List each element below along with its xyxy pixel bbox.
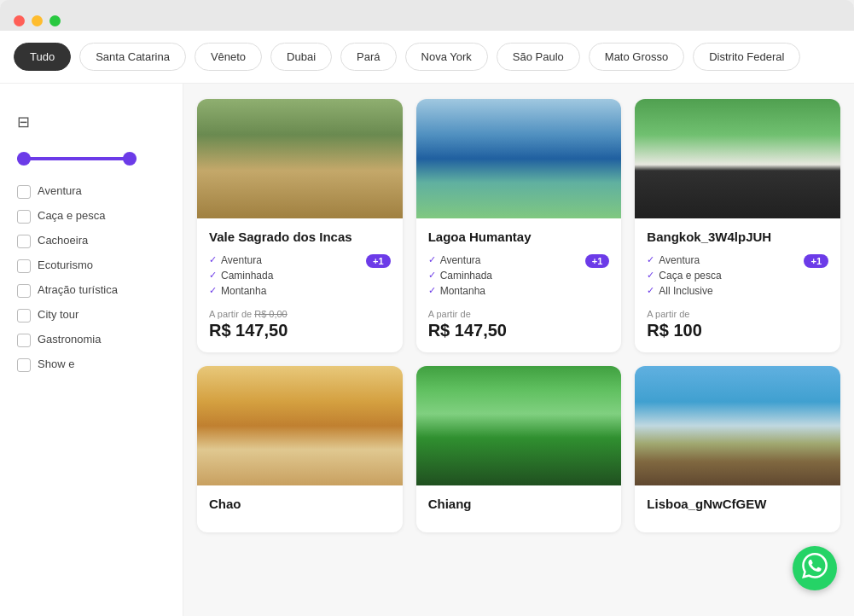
checkbox-label-aventura: Aventura — [38, 184, 82, 199]
card-chao[interactable]: Chao — [197, 366, 403, 533]
card-body-vale-sagrado: Vale Sagrado dos Incas✓Aventura✓Caminhad… — [197, 218, 403, 352]
checkbox-box-cachoeira[interactable] — [17, 235, 31, 248]
card-title-lisboa: Lisboa_gNwCfGEW — [647, 496, 828, 513]
whatsapp-icon — [802, 553, 828, 584]
card-tags-lagoa-humantay: ✓Aventura✓Caminhada✓Montanha+1 — [428, 254, 610, 297]
main-layout: ⊟ AventuraCaça e pescaCachoeiraEcoturism… — [0, 84, 854, 616]
theme-checkbox-aventura[interactable]: Aventura — [17, 184, 166, 199]
slider-thumb-left[interactable] — [17, 152, 31, 166]
slider-fill — [17, 157, 137, 160]
tag-label: All Inclusive — [659, 285, 712, 297]
card-tags-vale-sagrado: ✓Aventura✓Caminhada✓Montanha+1 — [209, 254, 391, 297]
card-bangkok[interactable]: Bangkok_3W4lpJUH✓Aventura✓Caça e pesca✓A… — [635, 99, 840, 352]
tag-label: Aventura — [440, 254, 481, 266]
checkbox-label-atracao-turistica: Atração turística — [38, 283, 118, 298]
more-tags-badge: +1 — [366, 254, 391, 268]
check-icon: ✓ — [209, 285, 217, 296]
tag-label: Caminhada — [440, 270, 492, 282]
card-body-lagoa-humantay: Lagoa Humantay✓Aventura✓Caminhada✓Montan… — [416, 218, 622, 352]
filter-tab-tudo[interactable]: Tudo — [14, 43, 71, 71]
check-icon: ✓ — [428, 270, 436, 281]
card-tag: ✓Aventura — [428, 254, 610, 266]
checkbox-box-aventura[interactable] — [17, 185, 31, 199]
checkbox-box-gastronomia[interactable] — [17, 334, 31, 347]
tag-label: Caminhada — [221, 270, 273, 282]
card-chiang[interactable]: Chiang — [416, 366, 622, 533]
tag-label: Montanha — [440, 285, 485, 297]
card-lagoa-humantay[interactable]: Lagoa Humantay✓Aventura✓Caminhada✓Montan… — [416, 99, 622, 352]
tag-label: Montanha — [221, 285, 266, 297]
checkbox-box-caca-pesca[interactable] — [17, 210, 31, 224]
filter-tab-nova-york[interactable]: Nova York — [405, 43, 488, 71]
check-icon: ✓ — [209, 270, 217, 281]
checkbox-box-ecoturismo[interactable] — [17, 259, 31, 273]
filter-tabs-bar: TudoSanta CatarinaVênetoDubaiParáNova Yo… — [0, 31, 854, 84]
filter-tab-mato-grosso[interactable]: Mato Grosso — [589, 43, 684, 71]
check-icon: ✓ — [647, 270, 654, 281]
theme-checkbox-ecoturismo[interactable]: Ecoturismo — [17, 259, 166, 273]
theme-checkbox-city-tour[interactable]: City tour — [17, 308, 166, 323]
card-image-chiang — [416, 366, 622, 485]
card-body-bangkok: Bangkok_3W4lpJUH✓Aventura✓Caça e pesca✓A… — [635, 218, 840, 352]
card-title-chao: Chao — [209, 496, 391, 513]
card-title-chiang: Chiang — [428, 496, 610, 513]
filter-tab-sao-paulo[interactable]: São Paulo — [497, 43, 580, 71]
card-tag: ✓Caminhada — [209, 270, 391, 282]
close-dot[interactable] — [14, 15, 25, 26]
card-image-vale-sagrado — [197, 99, 403, 218]
more-tags-badge: +1 — [585, 254, 610, 268]
checkbox-label-gastronomia: Gastronomia — [38, 333, 101, 347]
card-image-lagoa-humantay — [416, 99, 622, 218]
checkbox-label-cachoeira: Cachoeira — [38, 234, 88, 248]
theme-checkbox-caca-pesca[interactable]: Caça e pesca — [17, 209, 166, 224]
check-icon: ✓ — [647, 254, 654, 265]
card-vale-sagrado[interactable]: Vale Sagrado dos Incas✓Aventura✓Caminhad… — [197, 99, 403, 352]
price-value: R$ 147,50 — [209, 321, 391, 340]
check-icon: ✓ — [428, 285, 436, 296]
checkbox-label-ecoturismo: Ecoturismo — [38, 259, 93, 273]
filter-tab-distrito-federal[interactable]: Distrito Federal — [693, 43, 800, 71]
price-from-label: A partir de — [428, 309, 610, 319]
tag-label: Aventura — [659, 254, 700, 266]
filter-tab-santa-catarina[interactable]: Santa Catarina — [79, 43, 186, 71]
card-tag: ✓Aventura — [647, 254, 828, 266]
checkbox-label-caca-pesca: Caça e pesca — [38, 209, 106, 224]
check-icon: ✓ — [428, 254, 436, 265]
theme-checkbox-atracao-turistica[interactable]: Atração turística — [17, 283, 166, 298]
themes-checkboxes: AventuraCaça e pescaCachoeiraEcoturismoA… — [17, 184, 166, 372]
slider-thumb-right[interactable] — [123, 152, 137, 166]
card-lisboa[interactable]: Lisboa_gNwCfGEW — [635, 366, 840, 533]
whatsapp-button[interactable] — [793, 546, 837, 590]
card-title-vale-sagrado: Vale Sagrado dos Incas — [209, 229, 391, 246]
cards-grid: Vale Sagrado dos Incas✓Aventura✓Caminhad… — [183, 84, 854, 616]
card-tags-bangkok: ✓Aventura✓Caça e pesca✓All Inclusive+1 — [647, 254, 828, 297]
card-tag: ✓Caça e pesca — [647, 270, 828, 282]
minimize-dot[interactable] — [32, 15, 43, 26]
maximize-dot[interactable] — [49, 15, 61, 26]
card-body-chiang: Chiang — [416, 485, 622, 533]
price-range-slider[interactable] — [17, 157, 137, 160]
checkbox-box-city-tour[interactable] — [17, 309, 31, 323]
card-tag: ✓Caminhada — [428, 270, 610, 282]
card-tag: ✓All Inclusive — [647, 285, 828, 297]
tag-label: Caça e pesca — [659, 270, 721, 282]
theme-checkbox-gastronomia[interactable]: Gastronomia — [17, 333, 166, 347]
window-chrome — [0, 0, 854, 31]
check-icon: ✓ — [647, 285, 654, 296]
tag-label: Aventura — [221, 254, 262, 266]
checkbox-box-atracao-turistica[interactable] — [17, 284, 31, 298]
filter-tab-para[interactable]: Pará — [340, 43, 396, 71]
sidebar: ⊟ AventuraCaça e pescaCachoeiraEcoturism… — [0, 84, 183, 616]
filter-tab-veneto[interactable]: Vêneto — [195, 43, 262, 71]
card-image-chao — [197, 366, 403, 485]
checkbox-label-city-tour: City tour — [38, 308, 78, 323]
checkbox-box-show-e[interactable] — [17, 358, 31, 372]
card-tag: ✓Montanha — [209, 285, 391, 297]
check-icon: ✓ — [209, 254, 217, 265]
theme-checkbox-show-e[interactable]: Show e — [17, 357, 166, 372]
card-body-lisboa: Lisboa_gNwCfGEW — [635, 485, 840, 533]
more-tags-badge: +1 — [804, 254, 828, 268]
price-from-label: A partir de — [647, 309, 828, 319]
theme-checkbox-cachoeira[interactable]: Cachoeira — [17, 234, 166, 248]
filter-tab-dubai[interactable]: Dubai — [270, 43, 332, 71]
